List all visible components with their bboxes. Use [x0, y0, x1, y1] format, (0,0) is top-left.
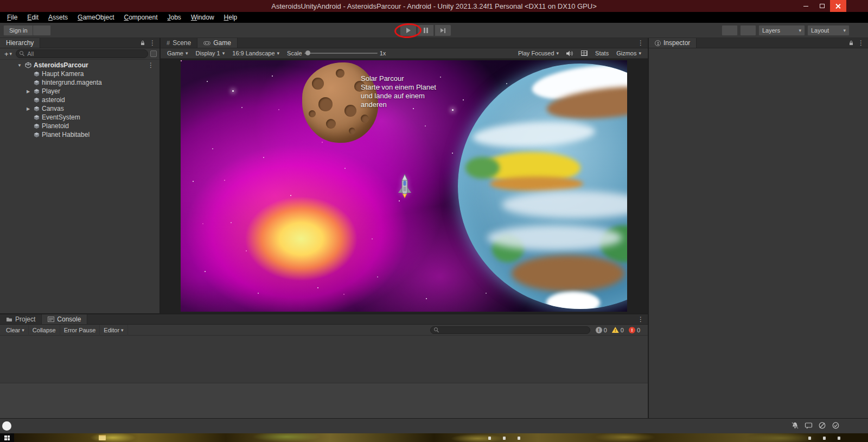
- foldout-closed-icon[interactable]: ▶: [25, 106, 31, 111]
- display-target-dropdown[interactable]: Game ▾: [163, 48, 192, 59]
- progress-check-icon[interactable]: [832, 421, 840, 430]
- planet-cloud: [487, 225, 622, 250]
- taskbar-tray-icons[interactable]: [808, 437, 840, 440]
- hierarchy-filter-icon[interactable]: [150, 50, 157, 57]
- search-everything-button[interactable]: [740, 25, 756, 36]
- inspector-tabbar: Inspector ⋮: [649, 38, 868, 48]
- scene-menu-icon[interactable]: ⋮: [148, 61, 154, 69]
- pause-button[interactable]: [417, 24, 434, 36]
- menu-assets[interactable]: Assets: [43, 12, 73, 22]
- left-column: Hierarchy ⋮ + ▾: [0, 38, 649, 418]
- step-button[interactable]: [435, 24, 451, 36]
- tree-row-planetoid[interactable]: Planetoid: [0, 122, 159, 130]
- tree-row-eventsystem[interactable]: EventSystem: [0, 113, 159, 122]
- speaker-icon: [566, 50, 573, 56]
- scene-row[interactable]: ▼ AsteroidsParcour ⋮: [0, 61, 159, 70]
- minimize-button[interactable]: [797, 0, 814, 12]
- tree-row-player[interactable]: ▶ Player: [0, 87, 159, 96]
- clear-button[interactable]: Clear ▾: [2, 325, 29, 336]
- tab-inspector[interactable]: Inspector: [649, 38, 697, 48]
- foldout-open-icon[interactable]: ▼: [16, 63, 23, 68]
- menu-edit[interactable]: Edit: [22, 12, 43, 22]
- display-dropdown[interactable]: Display 1 ▾: [192, 48, 229, 59]
- panel-menu-icon[interactable]: ⋮: [637, 39, 644, 47]
- panel-menu-icon[interactable]: ⋮: [149, 39, 156, 47]
- console-tab-icon: [48, 317, 54, 322]
- scale-slider[interactable]: [304, 53, 378, 54]
- taskbar-icons[interactable]: [488, 437, 520, 440]
- tree-row-hintergrund-magenta[interactable]: hintergrund.magenta: [0, 78, 159, 87]
- menu-help[interactable]: Help: [219, 12, 242, 22]
- lock-icon[interactable]: [140, 40, 145, 46]
- maximize-icon: [820, 4, 825, 8]
- hierarchy-tabbar: Hierarchy ⋮: [0, 38, 159, 48]
- tree-row-canvas[interactable]: ▶ Canvas: [0, 104, 159, 113]
- tab-scene[interactable]: # Scene: [161, 38, 197, 48]
- taskbar-folder-icon[interactable]: [99, 435, 106, 440]
- tab-console[interactable]: Console: [42, 314, 87, 324]
- gameobject-icon: [34, 123, 40, 129]
- title-bar[interactable]: AsteroidsUnityAndroid - AsteroidsParcour…: [0, 0, 868, 12]
- vsync-grid-button[interactable]: [577, 48, 591, 59]
- lock-icon[interactable]: [848, 40, 854, 46]
- game-title-text: Solar Parcour Starte von einem Planet un…: [361, 74, 436, 109]
- scale-control: Scale 1x: [283, 48, 390, 59]
- chevron-down-icon: ▾: [222, 50, 225, 56]
- tree-row-planet-habitabel[interactable]: Planet Habitabel: [0, 130, 159, 139]
- panel-menu-icon[interactable]: ⋮: [637, 315, 644, 323]
- account-button[interactable]: [33, 25, 51, 36]
- scale-slider-knob[interactable]: [305, 50, 310, 55]
- notification-bell-icon[interactable]: [791, 421, 799, 430]
- layout-dropdown[interactable]: Layout ▾: [807, 25, 850, 36]
- info-filter-button[interactable]: ! 0: [596, 327, 607, 333]
- starfield-pink: [181, 60, 182, 61]
- tab-project[interactable]: Project: [0, 314, 42, 324]
- console-search[interactable]: [430, 326, 590, 334]
- tab-hierarchy[interactable]: Hierarchy: [0, 38, 40, 48]
- error-pause-toggle[interactable]: Error Pause: [60, 325, 100, 336]
- tab-game[interactable]: Game: [197, 38, 238, 48]
- menu-window[interactable]: Window: [186, 12, 219, 22]
- close-icon: [835, 3, 841, 9]
- windows-logo-icon: [4, 435, 10, 440]
- unity-cloud-icon[interactable]: [2, 421, 11, 431]
- tree-row-asteroid[interactable]: asteroid: [0, 96, 159, 104]
- start-button[interactable]: [0, 433, 14, 442]
- sign-in-button[interactable]: Sign in: [3, 25, 34, 36]
- panel-menu-icon[interactable]: ⋮: [858, 39, 864, 47]
- undo-history-button[interactable]: [722, 25, 738, 36]
- hierarchy-search-input[interactable]: [27, 50, 144, 57]
- error-filter-button[interactable]: ! 0: [629, 327, 640, 333]
- status-bar: [0, 418, 868, 433]
- foldout-closed-icon[interactable]: ▶: [25, 89, 31, 94]
- console-search-input[interactable]: [442, 327, 586, 333]
- stats-button[interactable]: Stats: [591, 48, 612, 59]
- play-icon: [406, 28, 411, 33]
- chevron-down-icon: ▾: [639, 50, 641, 56]
- cache-server-icon[interactable]: [818, 421, 826, 430]
- layers-dropdown[interactable]: Layers ▾: [758, 25, 805, 36]
- maximize-button[interactable]: [814, 0, 830, 12]
- play-focus-dropdown[interactable]: Play Focused ▾: [514, 48, 563, 59]
- close-button[interactable]: [830, 0, 846, 12]
- menu-file[interactable]: File: [2, 12, 22, 22]
- warning-filter-button[interactable]: ! 0: [612, 327, 624, 333]
- create-object-button[interactable]: + ▾: [3, 50, 14, 58]
- game-viewport[interactable]: Solar Parcour Starte von einem Planet un…: [181, 60, 627, 312]
- mute-audio-button[interactable]: [563, 48, 577, 59]
- tree-row-haupt-kamera[interactable]: Haupt Kamera: [0, 70, 159, 78]
- message-icon[interactable]: [805, 421, 813, 430]
- aspect-ratio-dropdown[interactable]: 16:9 Landscape ▾: [228, 48, 283, 59]
- game-tab-icon: [203, 41, 210, 46]
- error-icon: !: [629, 327, 635, 333]
- menu-jobs[interactable]: Jobs: [163, 12, 186, 22]
- collapse-toggle[interactable]: Collapse: [29, 325, 60, 336]
- game-view-toolbar: Game ▾ Display 1 ▾ 16:9 Landscape ▾ Sc: [161, 48, 648, 59]
- console-log-list[interactable]: [0, 336, 648, 383]
- menu-gameobject[interactable]: GameObject: [73, 12, 119, 22]
- menu-component[interactable]: Component: [119, 12, 162, 22]
- gizmos-dropdown[interactable]: Gizmos ▾: [612, 48, 645, 59]
- hierarchy-search[interactable]: [16, 49, 148, 58]
- editor-dropdown[interactable]: Editor ▾: [100, 325, 127, 336]
- play-button[interactable]: [400, 24, 417, 36]
